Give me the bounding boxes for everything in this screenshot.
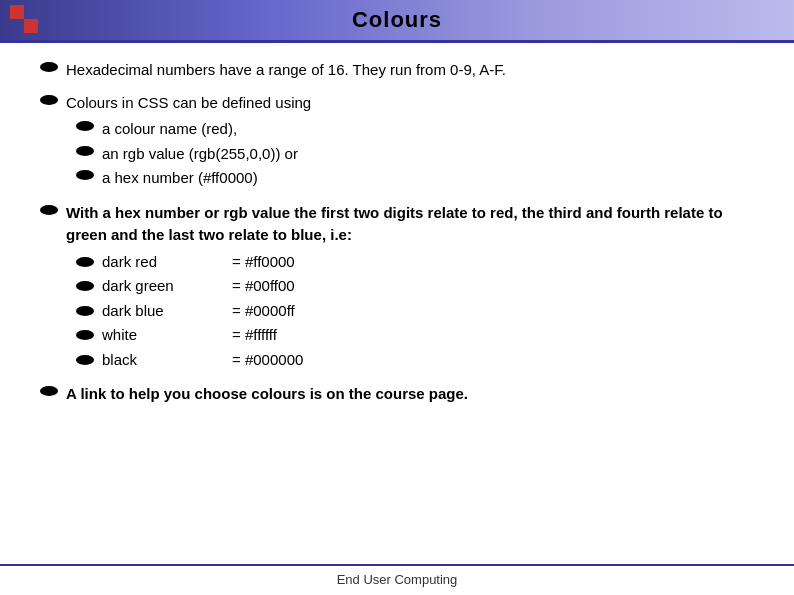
bullet-icon — [40, 95, 58, 105]
bullet-icon — [40, 386, 58, 396]
sub-bullet-icon — [76, 170, 94, 180]
color-name: dark green — [102, 275, 232, 298]
slide-content: Hexadecimal numbers have a range of 16. … — [0, 43, 794, 564]
color-name: dark blue — [102, 300, 232, 323]
bullet-icon — [40, 205, 58, 215]
color-value: = #ff0000 — [232, 251, 295, 274]
sub-bullet-icon — [76, 300, 102, 323]
sub-bullet-text: a colour name (red), — [102, 118, 237, 141]
list-item: black = #000000 — [76, 349, 754, 372]
color-value: = #ffffff — [232, 324, 277, 347]
bullet-dot — [76, 355, 94, 365]
sub-bullet-icon — [76, 275, 102, 298]
bullet-text: Colours in CSS can be defined using a co… — [66, 92, 754, 192]
list-item: A link to help you choose colours is on … — [40, 383, 754, 406]
color-table: dark red = #ff0000 dark green = #00ff00 … — [76, 251, 754, 372]
sub-bullet-text: an rgb value (rgb(255,0,0)) or — [102, 143, 298, 166]
color-value: = #00ff00 — [232, 275, 295, 298]
footer-text: End User Computing — [337, 572, 458, 587]
list-item: a hex number (#ff0000) — [76, 167, 754, 190]
footer: End User Computing — [0, 566, 794, 595]
list-item: white = #ffffff — [76, 324, 754, 347]
bullet-main-text: Colours in CSS can be defined using — [66, 94, 311, 111]
color-name: dark red — [102, 251, 232, 274]
main-bullet-list: Hexadecimal numbers have a range of 16. … — [40, 59, 754, 416]
sub-bullet-icon — [76, 324, 102, 347]
list-item: dark green = #00ff00 — [76, 275, 754, 298]
bullet-text: With a hex number or rgb value the first… — [66, 202, 754, 374]
slide: Colours Hexadecimal numbers have a range… — [0, 0, 794, 595]
bullet-dot — [76, 257, 94, 267]
list-item: dark blue = #0000ff — [76, 300, 754, 323]
list-item: Hexadecimal numbers have a range of 16. … — [40, 59, 754, 82]
list-item: dark red = #ff0000 — [76, 251, 754, 274]
bullet-dot — [76, 281, 94, 291]
slide-title: Colours — [352, 7, 442, 33]
list-item: an rgb value (rgb(255,0,0)) or — [76, 143, 754, 166]
bullet-dot — [76, 306, 94, 316]
color-value: = #0000ff — [232, 300, 295, 323]
color-value: = #000000 — [232, 349, 303, 372]
sub-bullet-icon — [76, 146, 94, 156]
sub-bullet-icon — [76, 121, 94, 131]
list-item: a colour name (red), — [76, 118, 754, 141]
bullet-dot — [76, 330, 94, 340]
sub-bullet-list: a colour name (red), an rgb value (rgb(2… — [76, 118, 754, 190]
header-bar: Colours — [0, 0, 794, 40]
sub-bullet-icon — [76, 349, 102, 372]
list-item: Colours in CSS can be defined using a co… — [40, 92, 754, 192]
bullet-icon — [40, 62, 58, 72]
bullet-text: Hexadecimal numbers have a range of 16. … — [66, 59, 754, 82]
sub-bullet-icon — [76, 251, 102, 274]
color-name: white — [102, 324, 232, 347]
bullet-main-text: With a hex number or rgb value the first… — [66, 204, 723, 244]
bullet-text: A link to help you choose colours is on … — [66, 383, 754, 406]
list-item: With a hex number or rgb value the first… — [40, 202, 754, 374]
sub-bullet-text: a hex number (#ff0000) — [102, 167, 258, 190]
color-name: black — [102, 349, 232, 372]
